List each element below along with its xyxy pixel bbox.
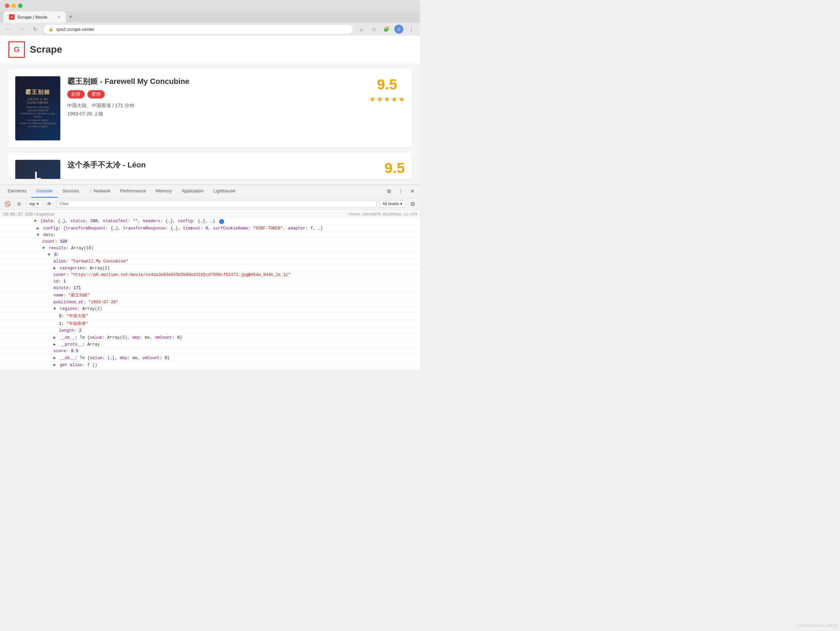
console-count-row: count: 100: [0, 238, 420, 245]
tab-application[interactable]: Application: [177, 185, 209, 198]
forward-button[interactable]: →: [17, 25, 26, 34]
tab-network[interactable]: ⚠ Network: [84, 185, 115, 198]
refresh-button[interactable]: ↻: [30, 25, 39, 34]
chevron-down-icon: ▾: [37, 202, 39, 206]
console-main-object: ▼ {data: {…}, status: 200, statusText: "…: [0, 218, 420, 225]
console-item0: ▼ 0:: [48, 252, 417, 257]
toggle-filter-button[interactable]: ⊘: [14, 199, 24, 208]
poster-content: 霸王别姬 ADIOS A MI CONCUBINA PALMA DE ORO•M…: [15, 76, 60, 140]
tab-elements[interactable]: Elements: [3, 185, 31, 198]
config-expand[interactable]: ▶: [37, 226, 39, 231]
movie-info-2: 这个杀手不太冷 - Léon: [67, 160, 378, 174]
console-get-alias: ▶ get alias: f (): [54, 362, 417, 368]
translate-icon[interactable]: ⌕: [357, 25, 366, 34]
tab-favicon: S: [9, 14, 14, 20]
proto-expand[interactable]: ▶: [54, 342, 56, 347]
minimize-button[interactable]: [11, 3, 16, 8]
levels-chevron-icon: ▾: [400, 202, 402, 206]
movie-card-partial: L 这个杀手不太冷 - Léon 9.5: [8, 153, 412, 179]
lock-icon: 🔒: [49, 27, 54, 32]
maximize-button[interactable]: [18, 3, 22, 8]
extensions-icon[interactable]: 🧩: [382, 25, 391, 34]
star-5: ★: [398, 95, 405, 103]
console-results: ▼ results: Array(10): [42, 246, 417, 251]
console-published: published_at: "1993-07-26": [54, 300, 417, 305]
close-devtools-button[interactable]: ✕: [407, 186, 417, 196]
movie-score-2: 9.5: [385, 160, 405, 177]
console-ob2: ▶ __ob__: Te {value: {…}, dep: me, vmCou…: [54, 355, 417, 361]
star-3: ★: [384, 95, 390, 103]
console-region1: 1: "中国香港": [59, 321, 417, 327]
menu-icon[interactable]: ⋮: [407, 25, 416, 34]
url-input[interactable]: 🔒 spa2.scrape.center: [44, 25, 353, 34]
tab-sources[interactable]: Sources: [58, 185, 84, 198]
console-filter-input[interactable]: [57, 200, 377, 208]
back-button[interactable]: ←: [4, 25, 13, 34]
movie-title-2: 这个杀手不太冷 - Léon: [67, 160, 378, 170]
console-source-link[interactable]: chunk-19c920f8.012555a2.js:179: [349, 212, 417, 216]
clear-console-button[interactable]: 🚫: [3, 199, 12, 208]
devtools-toolbar: 🚫 ⊘ top ▾ 👁 All levels ▾ ⚙: [0, 198, 420, 210]
console-id-row: id: 1: [0, 278, 420, 285]
console-settings-button[interactable]: ⚙: [408, 199, 417, 208]
console-proto: ▶ __proto__: Array: [54, 342, 417, 347]
settings-button[interactable]: ⚙: [384, 186, 394, 196]
console-region0: 0: "中国大陆": [59, 313, 417, 319]
console-name-row: name: "霸王别姬": [0, 292, 420, 299]
tab-console[interactable]: Console: [31, 185, 58, 198]
tab-memory[interactable]: Memory: [151, 185, 177, 198]
regions-expand[interactable]: ▼: [54, 306, 56, 311]
expand-icon[interactable]: ▼: [34, 219, 36, 224]
address-bar: ← → ↻ 🔒 spa2.scrape.center ⌕ ☆ 🧩 U ⋮: [0, 22, 420, 36]
movie-score: 9.5 ★ ★ ★ ★ ★: [369, 76, 405, 103]
levels-label: All levels: [382, 202, 399, 206]
score-number: 9.5: [369, 76, 405, 93]
more-options-button[interactable]: ⋮: [396, 186, 406, 196]
star-4: ★: [391, 95, 398, 103]
tag-love: 爱情: [87, 90, 105, 98]
item0-expand[interactable]: ▼: [48, 252, 50, 257]
console-data: ▼ data:: [37, 233, 417, 238]
console-ob2-row: ▶ __ob__: Te {value: {…}, dep: me, vmCou…: [0, 355, 420, 361]
data-expand[interactable]: ▼: [37, 233, 39, 238]
star-1: ★: [369, 95, 376, 103]
console-data-row: ▼ data:: [0, 232, 420, 238]
console-config-row: ▶ config: {transformRequest: {…}, transf…: [0, 225, 420, 232]
movie-info: 霸王别姬 - Farewell My Concubine 剧情 爱情 中国大陆、…: [67, 76, 362, 117]
site-title: Scrape: [30, 44, 62, 55]
browser-tab[interactable]: S Scrape | Movie ✕: [3, 11, 66, 22]
forward-icon: →: [19, 26, 25, 32]
ob1-expand[interactable]: ▶: [54, 335, 56, 340]
context-value: top: [30, 202, 35, 206]
console-alias: alias: "Farewell My Concubine": [54, 259, 417, 264]
new-tab-icon: +: [69, 14, 73, 21]
traffic-lights[interactable]: [5, 3, 22, 8]
console-alias-row: alias: "Farewell My Concubine": [0, 258, 420, 265]
new-tab-button[interactable]: +: [66, 12, 76, 22]
console-config: ▶ config: {transformRequest: {…}, transf…: [37, 226, 417, 231]
console-response-label: response: [34, 212, 346, 217]
console-minute: minute: 171: [54, 286, 417, 290]
close-button[interactable]: [5, 3, 9, 8]
context-selector[interactable]: top ▾: [26, 200, 42, 208]
tab-close-button[interactable]: ✕: [57, 15, 60, 19]
categories-expand[interactable]: ▶: [54, 266, 56, 271]
url-text: spa2.scrape.center: [56, 27, 95, 32]
console-output: 19:00:37.839 response chunk-19c920f8.012…: [0, 210, 420, 370]
console-categories-row: ▶ categories: Array(2): [0, 265, 420, 272]
log-levels-dropdown[interactable]: All levels ▾: [379, 200, 406, 208]
get-alias-expand[interactable]: ▶: [54, 363, 56, 368]
console-region0-row: 0: "中国大陆": [0, 312, 420, 320]
tab-performance[interactable]: Performance: [115, 185, 150, 198]
site-logo: G: [8, 41, 25, 58]
console-cover-row: cover: "https://p0.meituan.net/movie/ce4…: [0, 272, 420, 278]
browser-toolbar-right: ⌕ ☆ 🧩 U ⋮: [357, 25, 416, 34]
tab-lighthouse[interactable]: Lighthouse: [208, 185, 240, 198]
tag-drama: 剧情: [67, 90, 85, 98]
results-expand[interactable]: ▼: [42, 246, 45, 251]
bookmark-icon[interactable]: ☆: [369, 25, 378, 34]
profile-avatar[interactable]: U: [394, 25, 403, 34]
console-cover: cover: "https://p0.meituan.net/movie/ce4…: [54, 273, 417, 278]
eye-button[interactable]: 👁: [45, 199, 54, 208]
ob2-expand[interactable]: ▶: [54, 356, 56, 361]
